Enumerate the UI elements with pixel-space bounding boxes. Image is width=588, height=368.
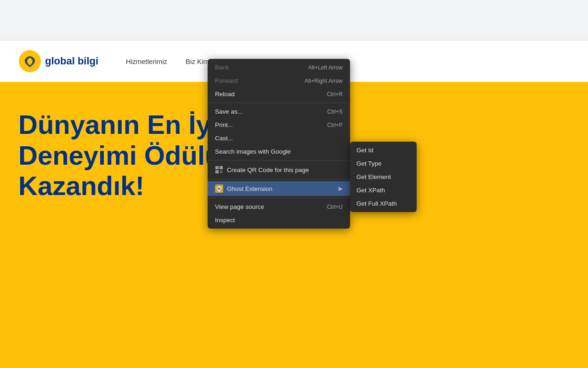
nav-hizmetlerimiz[interactable]: Hizmetlerimiz [126,58,167,65]
svg-rect-4 [221,167,222,168]
separator-1 [208,103,350,103]
context-menu-view-source[interactable]: View page source Ctrl+U [208,200,350,213]
svg-rect-2 [217,167,218,168]
context-menu-cast[interactable]: Cast... [208,132,350,145]
browser-top-bar [0,0,588,40]
svg-rect-10 [221,172,222,173]
svg-rect-6 [217,172,218,172]
svg-rect-7 [220,171,221,172]
logo-icon [18,50,41,73]
context-menu-forward[interactable]: Forward Alt+Right Arrow [208,74,350,87]
submenu-get-full-xpath[interactable]: Get Full XPath [350,197,417,210]
submenu-get-xpath[interactable]: Get XPath [350,184,417,197]
context-menu: Back Alt+Left Arrow Forward Alt+Right Ar… [208,59,350,229]
submenu-arrow-icon: ▶ [339,185,343,192]
separator-2 [208,160,350,161]
ghost-extension-icon: 👻 [215,184,223,193]
submenu-get-type[interactable]: Get Type [350,157,417,170]
separator-3 [208,179,350,179]
submenu-get-id[interactable]: Get Id [350,144,417,157]
logo-text: global bilgi [45,55,98,67]
svg-rect-9 [220,172,221,173]
context-menu-search-images[interactable]: Search images with Google [208,145,350,158]
qr-icon [215,166,223,174]
context-menu-back[interactable]: Back Alt+Left Arrow [208,61,350,74]
separator-4 [208,198,350,198]
context-menu-inspect[interactable]: Inspect [208,213,350,227]
ghost-extension-submenu: Get Id Get Type Get Element Get XPath Ge… [350,142,417,212]
svg-rect-8 [221,171,222,172]
nav-area: Hizmetlerimiz Biz Kimiz ▾ [126,57,220,65]
context-menu-qr-code[interactable]: Create QR Code for this page [208,162,350,177]
page-content: global bilgi Hizmetlerimiz Biz Kimiz ▾ D… [0,40,588,368]
context-menu-reload[interactable]: Reload Ctrl+R [208,87,350,101]
logo-area: global bilgi [18,50,98,73]
submenu-get-element[interactable]: Get Element [350,170,417,184]
context-menu-print[interactable]: Print... Ctrl+P [208,118,350,132]
context-menu-save-as[interactable]: Save as... Ctrl+S [208,105,350,118]
context-menu-ghost-extension[interactable]: 👻 Ghost Extension ▶ [208,181,350,196]
